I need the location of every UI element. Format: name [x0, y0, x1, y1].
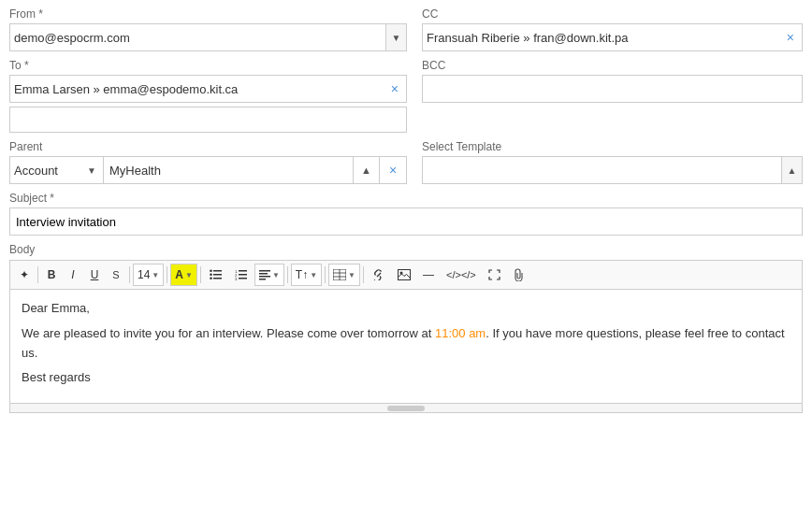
subject-input[interactable]	[9, 207, 803, 236]
subject-row: Subject *	[9, 192, 803, 236]
table-icon	[333, 269, 346, 280]
image-btn[interactable]	[392, 264, 416, 286]
to-recipient-value: Emma Larsen » emma@espodemo.kit.ca	[14, 82, 387, 96]
select-template-arrow-btn[interactable]: ▲	[781, 157, 802, 183]
parent-value-text: MyHealth	[109, 164, 161, 178]
from-arrow-btn[interactable]: ▼	[385, 24, 406, 50]
to-label: To *	[9, 59, 407, 72]
hr-btn[interactable]: —	[417, 264, 440, 286]
text-format-arrow-icon: ▼	[310, 271, 317, 279]
toolbar-sep-5	[287, 266, 288, 283]
parent-type-value: Account	[14, 164, 84, 178]
editor-toolbar: ✦ B I U S 14 ▼ A ▼ 1.2.3. ▼ T↑ ▼	[9, 260, 803, 289]
italic-btn[interactable]: I	[63, 264, 83, 286]
toolbar-sep-6	[325, 266, 326, 283]
hr-icon: —	[423, 268, 434, 281]
link-icon	[372, 269, 385, 280]
subject-label: Subject *	[9, 192, 803, 205]
fullscreen-btn[interactable]	[483, 264, 506, 286]
unordered-list-btn[interactable]	[204, 264, 228, 286]
parent-input-row: Account ▼ MyHealth ▲ ×	[9, 156, 407, 184]
svg-rect-13	[259, 273, 268, 275]
to-clear-btn[interactable]: ×	[387, 82, 402, 95]
font-size-value: 14	[138, 268, 150, 281]
strikethrough-btn[interactable]: S	[106, 264, 126, 286]
from-field-col: From * demo@espocrm.com ▼	[9, 7, 407, 51]
cc-input-wrapper[interactable]: Fransuah Riberie » fran@down.kit.pa ×	[422, 23, 803, 51]
underline-btn[interactable]: U	[84, 264, 105, 286]
from-chevron-icon: ▼	[392, 33, 401, 43]
editor-scrollbar[interactable]	[9, 404, 803, 413]
svg-rect-8	[239, 278, 247, 279]
toolbar-sep-1	[37, 266, 38, 283]
svg-text:3.: 3.	[235, 277, 238, 281]
table-arrow-icon: ▼	[348, 271, 355, 279]
svg-rect-12	[259, 270, 270, 272]
toolbar-sep-3	[167, 266, 167, 283]
to-input-wrapper[interactable]: Emma Larsen » emma@espodemo.kit.ca ×	[9, 75, 407, 103]
attachment-btn[interactable]	[507, 264, 529, 286]
select-template-chevron-icon: ▲	[788, 165, 797, 176]
body-line2: We are pleased to invite you for an inte…	[22, 324, 790, 364]
from-cc-row: From * demo@espocrm.com ▼ CC Fransuah Ri…	[9, 7, 803, 51]
select-template-col: Select Template ▲	[422, 140, 803, 184]
parent-field-col: Parent Account ▼ MyHealth ▲ ×	[9, 140, 407, 184]
select-template-wrapper[interactable]: ▲	[422, 156, 803, 184]
body-line2-start: We are pleased to invite you for an inte…	[22, 326, 435, 340]
parent-type-select[interactable]: Account ▼	[10, 157, 104, 183]
svg-point-4	[210, 273, 212, 276]
to-bcc-row: To * Emma Larsen » emma@espodemo.kit.ca …	[9, 59, 803, 133]
bcc-field-col: BCC	[422, 59, 803, 133]
align-dropdown[interactable]: ▼	[254, 264, 284, 286]
text-format-dropdown[interactable]: T↑ ▼	[291, 264, 322, 286]
toolbar-sep-4	[200, 266, 201, 283]
svg-point-5	[210, 277, 212, 279]
to-extra-input[interactable]	[9, 107, 407, 133]
from-label: From *	[9, 7, 407, 21]
magic-btn[interactable]: ✦	[14, 264, 35, 286]
scrollbar-thumb	[387, 406, 425, 411]
highlight-icon: A	[175, 268, 183, 281]
align-icon	[259, 269, 270, 280]
parent-type-chevron-icon: ▼	[84, 165, 99, 176]
svg-rect-1	[213, 274, 222, 276]
parent-label: Parent	[9, 140, 407, 153]
code-btn[interactable]: </></>	[441, 264, 482, 286]
cc-label: CC	[422, 7, 803, 21]
body-line2-highlight: 11:00 am	[435, 326, 486, 340]
editor-body[interactable]: Dear Emma, We are pleased to invite you …	[9, 289, 803, 404]
bcc-input[interactable]	[422, 75, 803, 103]
body-line3: Best regards	[22, 368, 790, 388]
svg-rect-14	[259, 276, 270, 278]
bold-btn[interactable]: B	[41, 264, 62, 286]
from-input-wrapper[interactable]: demo@espocrm.com ▼	[9, 23, 407, 51]
table-dropdown[interactable]: ▼	[328, 264, 360, 286]
font-size-arrow-icon: ▼	[152, 271, 159, 279]
select-template-label: Select Template	[422, 140, 803, 153]
email-compose-form: From * demo@espocrm.com ▼ CC Fransuah Ri…	[0, 0, 812, 421]
ordered-list-btn[interactable]: 1.2.3.	[229, 264, 254, 286]
toolbar-sep-2	[129, 266, 130, 283]
svg-rect-6	[239, 270, 247, 272]
link-btn[interactable]	[367, 264, 391, 286]
code-icon: </>	[446, 269, 461, 280]
align-arrow-icon: ▼	[272, 271, 280, 279]
fullscreen-icon	[488, 269, 500, 280]
svg-rect-15	[259, 279, 266, 280]
font-size-dropdown[interactable]: 14 ▼	[133, 264, 164, 286]
parent-up-btn[interactable]: ▲	[354, 157, 380, 183]
svg-rect-20	[398, 270, 410, 280]
svg-rect-0	[213, 270, 222, 272]
highlight-arrow-icon: ▼	[185, 271, 193, 279]
parent-clear-icon: ×	[389, 163, 397, 178]
highlight-dropdown[interactable]: A ▼	[170, 264, 197, 286]
ul-icon	[210, 269, 223, 280]
cc-field-col: CC Fransuah Riberie » fran@down.kit.pa ×	[422, 7, 803, 51]
image-icon	[398, 269, 411, 280]
svg-rect-7	[239, 274, 247, 276]
cc-clear-btn[interactable]: ×	[783, 31, 798, 44]
from-value: demo@espocrm.com	[14, 31, 384, 45]
parent-value-field[interactable]: MyHealth	[104, 157, 353, 183]
parent-clear-btn[interactable]: ×	[380, 157, 406, 183]
text-format-icon: T↑	[296, 268, 308, 281]
